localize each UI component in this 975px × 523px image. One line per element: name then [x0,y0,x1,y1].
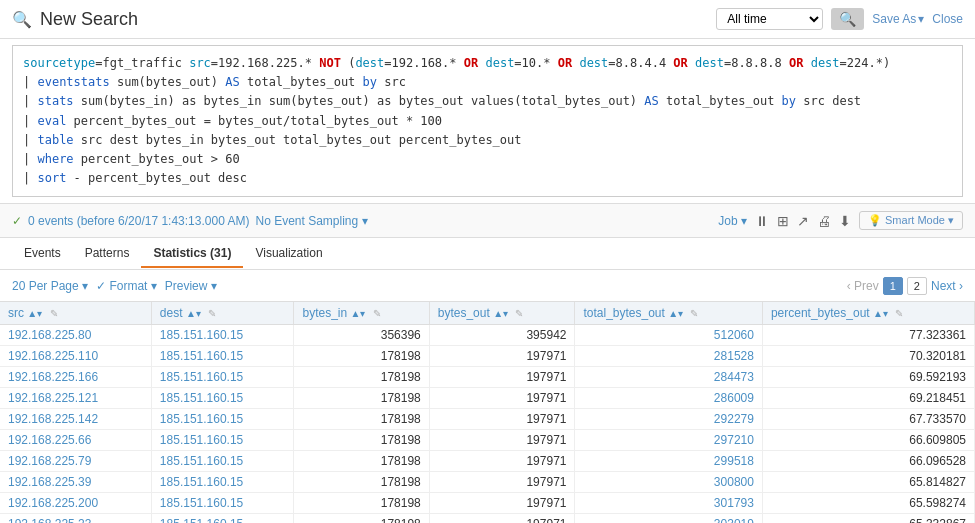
next-button[interactable]: Next › [931,279,963,293]
col-header-dest[interactable]: dest ▲▾ ✎ [151,302,294,325]
events-count: 0 events (before 6/20/17 1:43:13.000 AM) [28,214,249,228]
results-left: 20 Per Page ▾ ✓ Format ▾ Preview ▾ [12,279,217,293]
cell-src[interactable]: 192.168.225.110 [0,346,151,367]
save-as-button[interactable]: Save As ▾ [872,12,924,26]
cell-percent-bytes-out: 70.320181 [762,346,974,367]
col-header-src[interactable]: src ▲▾ ✎ [0,302,151,325]
edit-icon-dest[interactable]: ✎ [208,308,216,319]
alltime-dropdown[interactable]: All time Last 24 hours Last 7 days [716,8,823,30]
page-2-button[interactable]: 2 [907,277,927,295]
cell-dest[interactable]: 185.151.160.15 [151,430,294,451]
cell-dest[interactable]: 185.151.160.15 [151,451,294,472]
sort-icon-bytes-in: ▲▾ [350,308,365,319]
table-header-row: src ▲▾ ✎ dest ▲▾ ✎ bytes_in ▲▾ ✎ bytes_o… [0,302,975,325]
cell-total-bytes-out: 301793 [575,493,762,514]
search-area: sourcetype=fgt_traffic src=192.168.225.*… [0,39,975,204]
per-page-chevron: ▾ [82,279,88,293]
preview-label: Preview [165,279,208,293]
tab-patterns[interactable]: Patterns [73,240,142,268]
cell-src[interactable]: 192.168.225.200 [0,493,151,514]
results-table: src ▲▾ ✎ dest ▲▾ ✎ bytes_in ▲▾ ✎ bytes_o… [0,302,975,523]
cell-src[interactable]: 192.168.225.66 [0,430,151,451]
toolbar-right: Job ▾ ⏸ ⊞ ↗ 🖨 ⬇ 💡 Smart Mode ▾ [718,211,963,230]
cell-dest[interactable]: 185.151.160.15 [151,388,294,409]
query-line-1: sourcetype=fgt_traffic src=192.168.225.*… [23,56,890,70]
cell-dest[interactable]: 185.151.160.15 [151,367,294,388]
tab-statistics[interactable]: Statistics (31) [141,240,243,268]
cell-percent-bytes-out: 65.598274 [762,493,974,514]
page-1-button[interactable]: 1 [883,277,903,295]
col-header-bytes-in[interactable]: bytes_in ▲▾ ✎ [294,302,429,325]
edit-icon-percent-bytes-out[interactable]: ✎ [895,308,903,319]
edit-icon-bytes-in[interactable]: ✎ [373,308,381,319]
header-left: 🔍 New Search [12,9,138,30]
cell-total-bytes-out: 303019 [575,514,762,523]
pause-icon[interactable]: ⏸ [755,213,769,229]
table-row: 192.168.225.121185.151.160.1517819819797… [0,388,975,409]
edit-icon-bytes-out[interactable]: ✎ [515,308,523,319]
no-sampling-button[interactable]: No Event Sampling ▾ [255,214,367,228]
tab-visualization[interactable]: Visualization [243,240,334,268]
search-button[interactable]: 🔍 [831,8,864,30]
table-row: 192.168.225.23185.151.160.15178198197971… [0,514,975,523]
cell-src[interactable]: 192.168.225.166 [0,367,151,388]
search-input[interactable]: sourcetype=fgt_traffic src=192.168.225.*… [12,45,963,197]
cell-bytes-out: 197971 [429,514,575,523]
cell-bytes-in: 178198 [294,430,429,451]
smart-mode-button[interactable]: 💡 Smart Mode ▾ [859,211,963,230]
cell-src[interactable]: 192.168.225.142 [0,409,151,430]
cell-dest[interactable]: 185.151.160.15 [151,346,294,367]
sort-icon-bytes-out: ▲▾ [493,308,508,319]
sort-icon-percent-bytes-out: ▲▾ [873,308,888,319]
cell-percent-bytes-out: 66.609805 [762,430,974,451]
cell-src[interactable]: 192.168.225.121 [0,388,151,409]
preview-button[interactable]: Preview ▾ [165,279,217,293]
share-icon[interactable]: ↗ [797,213,809,229]
cell-total-bytes-out: 286009 [575,388,762,409]
job-label: Job [718,214,737,228]
format-button[interactable]: ✓ Format ▾ [96,279,157,293]
cell-bytes-in: 178198 [294,346,429,367]
download-icon[interactable]: ⬇ [839,213,851,229]
results-toolbar: 20 Per Page ▾ ✓ Format ▾ Preview ▾ ‹ Pre… [0,270,975,302]
edit-icon-src[interactable]: ✎ [50,308,58,319]
cell-bytes-in: 178198 [294,493,429,514]
job-button[interactable]: Job ▾ [718,214,747,228]
cell-src[interactable]: 192.168.225.23 [0,514,151,523]
cell-dest[interactable]: 185.151.160.15 [151,514,294,523]
tab-events[interactable]: Events [12,240,73,268]
col-header-bytes-out[interactable]: bytes_out ▲▾ ✎ [429,302,575,325]
cell-src[interactable]: 192.168.225.39 [0,472,151,493]
close-button[interactable]: Close [932,12,963,26]
cell-src[interactable]: 192.168.225.79 [0,451,151,472]
per-page-button[interactable]: 20 Per Page ▾ [12,279,88,293]
table-row: 192.168.225.142185.151.160.1517819819797… [0,409,975,430]
header: 🔍 New Search All time Last 24 hours Last… [0,0,975,39]
cell-src[interactable]: 192.168.225.80 [0,325,151,346]
cell-percent-bytes-out: 66.096528 [762,451,974,472]
cell-bytes-out: 197971 [429,451,575,472]
edit-icon-total-bytes-out[interactable]: ✎ [690,308,698,319]
table-row: 192.168.225.80185.151.160.15356396395942… [0,325,975,346]
save-as-chevron: ▾ [918,12,924,26]
cell-bytes-in: 178198 [294,514,429,523]
cell-dest[interactable]: 185.151.160.15 [151,493,294,514]
cell-percent-bytes-out: 69.218451 [762,388,974,409]
cell-dest[interactable]: 185.151.160.15 [151,472,294,493]
format-label: Format [109,279,147,293]
job-chevron: ▾ [741,214,747,228]
prev-button[interactable]: ‹ Prev [847,279,879,293]
col-header-percent-bytes-out[interactable]: percent_bytes_out ▲▾ ✎ [762,302,974,325]
format-icon: ✓ [96,279,106,293]
print-icon[interactable]: 🖨 [817,213,831,229]
cell-dest[interactable]: 185.151.160.15 [151,325,294,346]
col-header-total-bytes-out[interactable]: total_bytes_out ▲▾ ✎ [575,302,762,325]
cell-total-bytes-out: 512060 [575,325,762,346]
cell-bytes-out: 197971 [429,409,575,430]
smart-mode-icon: 💡 [868,214,882,226]
grid-icon[interactable]: ⊞ [777,213,789,229]
cell-bytes-out: 197971 [429,430,575,451]
query-line-3: | stats sum(bytes_in) as bytes_in sum(by… [23,94,861,108]
save-as-label: Save As [872,12,916,26]
cell-dest[interactable]: 185.151.160.15 [151,409,294,430]
